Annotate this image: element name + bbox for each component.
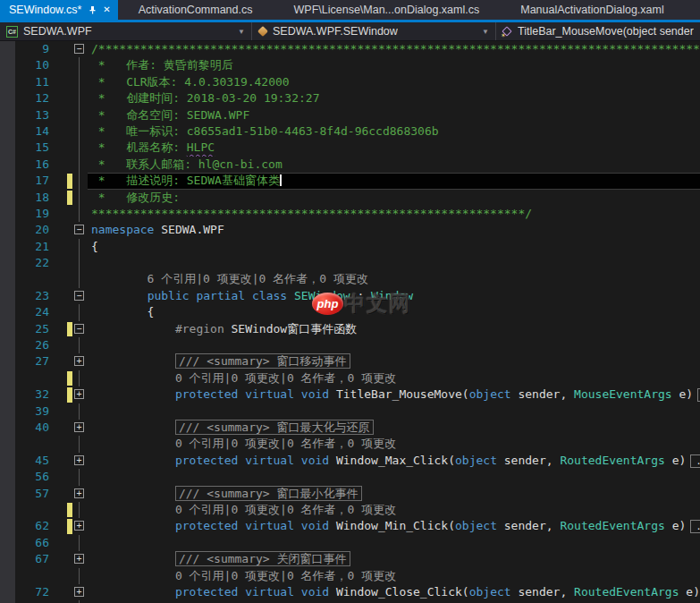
breakpoint-margin[interactable] [0, 304, 15, 320]
code-line[interactable]: * 命名空间: SEDWA.WPF [88, 107, 700, 123]
code-line[interactable]: * 修改历史: [88, 190, 700, 206]
code-line[interactable]: /// <summary> 关闭窗口事件 [88, 551, 700, 567]
code-line[interactable]: /// <summary> 窗口最大化与还原 [88, 420, 700, 436]
code-line[interactable]: /// <summary> 窗口移动事件 [88, 353, 700, 369]
breakpoint-margin[interactable] [0, 337, 15, 353]
breakpoint-margin[interactable] [0, 57, 15, 73]
fold-margin [72, 568, 88, 584]
code-line[interactable]: namespace SEDWA.WPF [88, 222, 700, 238]
tab-sewindow-cs[interactable]: SEWindow.cs* ✕ [0, 0, 118, 20]
code-line[interactable]: protected virtual void Window_Min_Click(… [88, 518, 700, 534]
fold-toggle[interactable]: + [74, 587, 84, 597]
close-icon[interactable]: ✕ [103, 5, 110, 14]
breakpoint-margin[interactable] [0, 173, 15, 189]
code-line[interactable]: protected virtual void Window_Close_Clic… [88, 584, 700, 600]
breakpoint-margin[interactable] [0, 403, 15, 420]
breakpoint-margin[interactable] [0, 321, 15, 337]
editor-row: 6 个引用|0 项更改|0 名作者，0 项更改 [0, 271, 700, 287]
fold-toggle[interactable]: − [74, 225, 84, 234]
breakpoint-margin[interactable] [0, 453, 15, 469]
breakpoint-margin[interactable] [0, 74, 15, 90]
breakpoint-margin[interactable] [0, 502, 15, 518]
fold-toggle[interactable]: + [74, 488, 84, 498]
code-line[interactable]: /***************************************… [88, 41, 700, 57]
breakpoint-margin[interactable] [0, 486, 15, 502]
breakpoint-margin[interactable] [0, 420, 15, 436]
fold-toggle[interactable]: − [74, 291, 84, 301]
code-line[interactable]: * 作者: 黄昏前黎明后 [88, 57, 700, 73]
codelens-line[interactable]: 0 个引用|0 项更改|0 名作者，0 项更改 [88, 502, 700, 518]
change-track-margin [49, 321, 72, 337]
code-line[interactable] [88, 255, 700, 271]
code-line[interactable]: * 机器名称: HLPC [88, 140, 700, 156]
breakpoint-margin[interactable] [0, 568, 15, 584]
breakpoint-margin[interactable] [0, 41, 15, 57]
tab-manualactivationdialog-xaml[interactable]: ManualActivationDialog.xaml [500, 0, 685, 20]
member-dropdown[interactable]: ✶ TitleBar_MouseMove(object sender [496, 22, 700, 40]
breakpoint-margin[interactable] [0, 436, 15, 452]
codelens-line[interactable]: 0 个引用|0 项更改|0 名作者，0 项更改 [88, 568, 700, 584]
code-line[interactable]: * 描述说明: SEDWA基础窗体类 [88, 173, 700, 189]
fold-toggle[interactable]: − [74, 44, 84, 54]
editor-row: 39 [0, 403, 700, 420]
code-line[interactable]: #region SEWindow窗口事件函数 [88, 321, 700, 337]
code-text: namespace [91, 223, 154, 236]
code-line[interactable]: protected virtual void Window_Max_Click(… [88, 453, 700, 469]
fold-toggle[interactable]: + [74, 389, 84, 399]
code-line[interactable] [88, 469, 700, 485]
breakpoint-margin[interactable] [0, 239, 15, 255]
fold-toggle[interactable]: + [74, 356, 84, 366]
breakpoint-margin[interactable] [0, 518, 15, 534]
breakpoint-margin[interactable] [0, 255, 15, 271]
breakpoint-margin[interactable] [0, 90, 15, 106]
codelens-line[interactable]: 0 个引用|0 项更改|0 名作者，0 项更改 [88, 370, 700, 386]
breakpoint-margin[interactable] [0, 206, 15, 222]
fold-toggle[interactable]: + [74, 521, 84, 531]
tab-mandialog-xaml-cs[interactable]: WPF\License\Man...onDialog.xaml.cs [274, 0, 501, 20]
code-line[interactable]: * 唯一标识: c8655ad1-51b0-4463-8f4d-96ccd868… [88, 123, 700, 140]
code-line[interactable]: public partial class SEWindow : Window [88, 288, 700, 304]
code-line[interactable] [88, 535, 700, 551]
code-line[interactable]: * 联系人邮箱: hl@cn-bi.com [88, 157, 700, 173]
code-line[interactable]: /// <summary> 窗口最小化事件 [88, 486, 700, 502]
breakpoint-margin[interactable] [0, 140, 15, 156]
code-line[interactable]: ****************************************… [88, 206, 700, 222]
code-line[interactable]: { [88, 304, 700, 320]
editor[interactable]: 9−/*************************************… [0, 41, 700, 603]
code-line[interactable] [88, 337, 700, 353]
fold-toggle[interactable]: + [74, 554, 84, 564]
ide-window: SEWindow.cs* ✕ ActivationCommand.cs WPF\… [0, 0, 700, 603]
code-line[interactable]: { [88, 239, 700, 255]
code-line[interactable]: * CLR版本: 4.0.30319.42000 [88, 74, 700, 90]
breakpoint-margin[interactable] [0, 353, 15, 369]
code-text: Window_Close_Click( [329, 585, 469, 599]
fold-toggle[interactable]: + [74, 422, 84, 432]
fold-toggle[interactable]: + [74, 455, 84, 465]
codelens-line[interactable]: 6 个引用|0 项更改|0 名作者，0 项更改 [88, 271, 700, 287]
breakpoint-margin[interactable] [0, 271, 15, 287]
breakpoint-margin[interactable] [0, 551, 15, 567]
breakpoint-margin[interactable] [0, 288, 15, 304]
fold-toggle[interactable]: − [74, 324, 84, 334]
type-dropdown[interactable]: SEDWA.WPF.SEWindow ▼ [252, 22, 496, 40]
change-track-margin [49, 403, 72, 420]
breakpoint-margin[interactable] [0, 190, 15, 206]
pin-icon[interactable] [88, 5, 97, 15]
breakpoint-margin[interactable] [0, 107, 15, 123]
code-line[interactable]: * 创建时间: 2018-03-20 19:32:27 [88, 90, 700, 106]
breakpoint-margin[interactable] [0, 469, 15, 485]
breakpoint-margin[interactable] [0, 222, 15, 238]
code-text [91, 552, 175, 565]
code-text [91, 322, 175, 335]
project-dropdown[interactable]: C# SEDWA.WPF ▼ [0, 22, 252, 40]
breakpoint-margin[interactable] [0, 123, 15, 140]
breakpoint-margin[interactable] [0, 386, 15, 403]
tab-activationcommand-cs[interactable]: ActivationCommand.cs [118, 0, 274, 20]
code-line[interactable] [88, 403, 700, 420]
breakpoint-margin[interactable] [0, 370, 15, 386]
breakpoint-margin[interactable] [0, 157, 15, 173]
breakpoint-margin[interactable] [0, 584, 15, 600]
codelens-line[interactable]: 0 个引用|0 项更改|0 名作者，0 项更改 [88, 436, 700, 452]
breakpoint-margin[interactable] [0, 535, 15, 551]
code-line[interactable]: protected virtual void TitleBar_MouseMov… [88, 386, 700, 403]
